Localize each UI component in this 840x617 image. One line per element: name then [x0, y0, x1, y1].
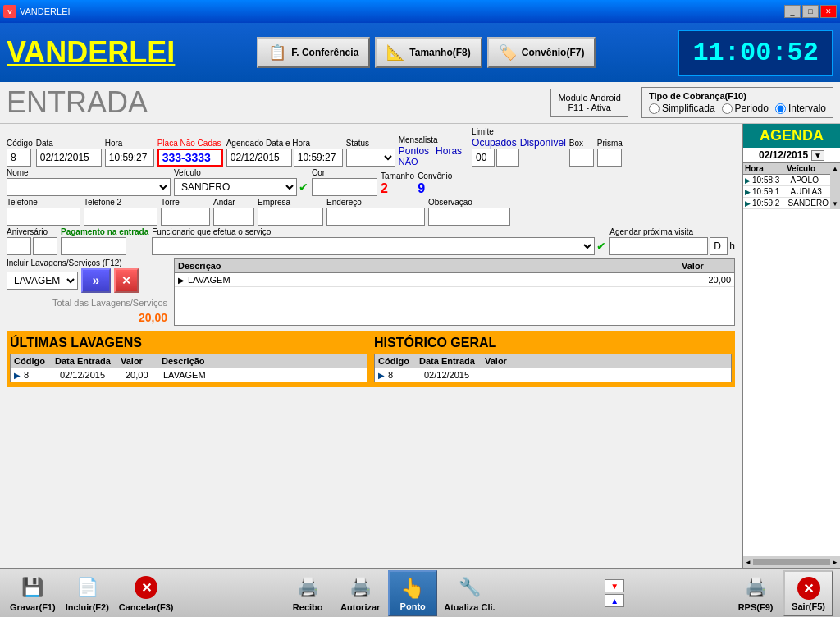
- recibo-button[interactable]: 🖨️ Recibo: [283, 573, 332, 614]
- andar-input[interactable]: [213, 208, 254, 226]
- hora-label: Hora: [105, 139, 154, 148]
- cor-input[interactable]: [312, 178, 377, 196]
- header-buttons: 📋 F. Conferência 📐 Tamanho(F8) 🏷️ Convên…: [181, 37, 671, 68]
- scroll-right-icon[interactable]: ►: [832, 559, 838, 566]
- maximize-button[interactable]: □: [802, 5, 819, 18]
- tamanho-button[interactable]: 📐 Tamanho(F8): [375, 37, 482, 68]
- endereco-input[interactable]: [326, 208, 425, 226]
- radio-periodo[interactable]: Periodo: [722, 103, 769, 114]
- placa-label: Placa Não Cadas: [158, 139, 223, 148]
- agendar-d-input[interactable]: [710, 237, 728, 255]
- limite-group: Limite Ocupados Disponível: [472, 127, 566, 167]
- conferencia-label: F. Conferência: [291, 47, 358, 58]
- tamanho-icon: 📐: [386, 43, 404, 62]
- agendar-h-suffix: h: [729, 240, 735, 252]
- agenda-row-0[interactable]: ▶ 10:58:3 APOLO: [743, 175, 830, 186]
- aniv-d-input[interactable]: [7, 237, 31, 255]
- convenio-button[interactable]: 🏷️ Convênio(F7): [487, 37, 596, 68]
- clock-display: 11:00:52: [678, 30, 833, 76]
- minimize-button[interactable]: _: [784, 5, 801, 18]
- tamanho-value: 2: [381, 181, 414, 196]
- agenda-hora-1: 10:59:1: [752, 187, 791, 196]
- pagamento-input[interactable]: [61, 237, 126, 255]
- agenda-arrow-0: ▶: [745, 176, 751, 185]
- services-label: Incluir Lavagens/Serviços (F12): [7, 258, 171, 267]
- services-select[interactable]: LAVAGEM: [7, 272, 78, 290]
- nome-select[interactable]: [7, 178, 171, 196]
- agendado-hora-input[interactable]: [294, 149, 343, 167]
- conferencia-button[interactable]: 📋 F. Conferência: [257, 37, 370, 68]
- torre-input[interactable]: [161, 208, 210, 226]
- modulo-box: Modulo Android F11 - Ativa: [550, 89, 628, 117]
- ocupados-input[interactable]: [472, 149, 495, 167]
- ponto-icon: 👆: [398, 575, 427, 601]
- box-input[interactable]: [569, 149, 594, 167]
- agenda-scrollbar[interactable]: ▲ ▼: [830, 163, 840, 209]
- empresa-group: Empresa: [258, 198, 323, 226]
- veiculo-label: Veículo: [174, 168, 308, 177]
- radio-simplificada[interactable]: Simplificada: [649, 103, 715, 114]
- agenda-cal-button[interactable]: ▼: [811, 150, 824, 161]
- status-select[interactable]: [346, 149, 395, 167]
- autorizar-label: Autorizar: [340, 602, 380, 612]
- rps-button[interactable]: 🖨️ RPS(F9): [731, 573, 780, 614]
- agenda-date-value: 02/12/2015: [759, 149, 808, 161]
- brand-title: VANDERLEI: [7, 35, 175, 70]
- ponto-button[interactable]: 👆 Ponto: [388, 570, 437, 616]
- agendado-data-input[interactable]: [226, 149, 292, 167]
- observacao-input[interactable]: [428, 208, 510, 226]
- sair-button[interactable]: ✕ Sair(F5): [783, 570, 833, 616]
- recibo-icon: 🖨️: [293, 574, 322, 601]
- placa-input[interactable]: [158, 149, 223, 167]
- agenda-table-container: Hora Veículo ▶ 10:58:3 APOLO ▶ 10:59:1 A…: [743, 162, 840, 556]
- telefone2-input[interactable]: [84, 208, 158, 226]
- agenda-table: Hora Veículo ▶ 10:58:3 APOLO ▶ 10:59:1 A…: [743, 163, 830, 209]
- gravar-button[interactable]: 💾 Gravar(F1): [7, 573, 59, 614]
- ulth-codigo: Código: [14, 356, 55, 366]
- mensalista-value: NÃO: [399, 157, 468, 167]
- entrada-title: ENTRADA: [7, 85, 171, 120]
- agenda-veiculo-0: APOLO: [791, 176, 829, 185]
- incluir-button[interactable]: 📄 Incluir(F2): [62, 573, 112, 614]
- andar-label: Andar: [213, 198, 254, 207]
- prisma-input[interactable]: [597, 149, 622, 167]
- app-icon: V: [3, 5, 16, 18]
- scroll-down-icon[interactable]: ▼: [832, 200, 838, 208]
- services-total-value: 20,00: [7, 309, 171, 326]
- data-label: Data: [36, 139, 102, 148]
- modulo-line1: Modulo Android: [558, 93, 620, 103]
- convenio-icon: 🏷️: [499, 43, 517, 62]
- funcionario-select[interactable]: [152, 237, 595, 255]
- hist-row-0[interactable]: ▶ 8 02/12/2015: [375, 368, 731, 382]
- cancelar-button[interactable]: ✕ Cancelar(F3): [116, 573, 177, 614]
- footer: 💾 Gravar(F1) 📄 Incluir(F2) ✕ Cancelar(F3…: [0, 568, 840, 617]
- atualiza-icon: 🔧: [454, 574, 484, 601]
- codigo-input[interactable]: [7, 149, 31, 167]
- agenda-row-1[interactable]: ▶ 10:59:1 AUDI A3: [743, 186, 830, 198]
- aniv-m-input[interactable]: [33, 237, 57, 255]
- radio-intervalo[interactable]: Intervalo: [775, 103, 826, 114]
- empresa-input[interactable]: [258, 208, 323, 226]
- autorizar-button[interactable]: 🖨️ Autorizar: [336, 573, 385, 614]
- service-row-0[interactable]: ▶ LAVAGEM 20,00: [175, 273, 734, 287]
- tamanho-label: Tamanho(F8): [409, 47, 470, 58]
- veiculo-select[interactable]: SANDERO: [174, 178, 297, 196]
- scroll-up-icon[interactable]: ▲: [832, 165, 838, 172]
- disponivel-input[interactable]: [496, 149, 519, 167]
- ult-row-0[interactable]: ▶ 8 02/12/2015 20,00 LAVAGEM: [11, 368, 367, 382]
- hora-input[interactable]: [105, 149, 154, 167]
- data-input[interactable]: [36, 149, 102, 167]
- close-button[interactable]: ✕: [820, 5, 837, 18]
- scroll-left-icon[interactable]: ◄: [745, 559, 751, 566]
- nav-down-button[interactable]: ▼: [605, 579, 624, 592]
- agendar-input[interactable]: [609, 237, 708, 255]
- telefone-input[interactable]: [7, 208, 80, 226]
- atualiza-button[interactable]: 🔧 Atualiza Cli.: [441, 573, 498, 614]
- rps-label: RPS(F9): [738, 602, 774, 612]
- limite-label: Limite: [472, 127, 566, 136]
- add-service-button[interactable]: »: [81, 268, 111, 293]
- nav-up-button[interactable]: ▲: [605, 594, 624, 607]
- remove-service-button[interactable]: ✕: [114, 268, 139, 293]
- agenda-row-2[interactable]: ▶ 10:59:2 SANDERO: [743, 198, 830, 209]
- window-controls[interactable]: _ □ ✕: [784, 5, 837, 18]
